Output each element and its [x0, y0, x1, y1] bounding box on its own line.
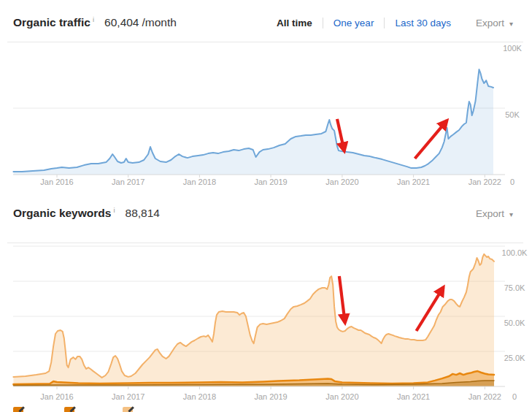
svg-text:50K: 50K: [505, 110, 520, 119]
traffic-section-title: Organic traffic: [13, 16, 90, 29]
traffic-value-suffix: /month: [142, 16, 177, 29]
tab-one-year[interactable]: One year: [334, 18, 374, 28]
caret-down-icon: ▾: [509, 210, 513, 218]
traffic-title-group: Organic traffic i 60,404 /month: [13, 16, 177, 29]
export-label: Export: [476, 18, 504, 28]
svg-text:100.0K: 100.0K: [502, 248, 528, 257]
keywords-controls: Export ▾: [476, 208, 513, 219]
organic-keywords-chart[interactable]: 100.0K75.0K50.0K25.0K0Jan 2016Jan 2017Ja…: [0, 243, 532, 412]
legend-checkmark-icon: [18, 406, 24, 412]
svg-text:Jan 2017: Jan 2017: [112, 392, 144, 401]
svg-text:75.0K: 75.0K: [504, 283, 525, 292]
export-button-traffic[interactable]: Export ▾: [476, 18, 513, 28]
legend-checkmark-icon: [128, 406, 134, 412]
svg-text:Jan 2017: Jan 2017: [112, 178, 144, 186]
info-icon[interactable]: i: [113, 206, 115, 214]
keywords-legend-cropped: [0, 407, 532, 412]
svg-text:25.0K: 25.0K: [504, 354, 525, 362]
traffic-value: 60,404: [104, 16, 139, 29]
keywords-section-header: Organic keywords i 88,814 Export ▾: [13, 198, 513, 229]
tab-last-30-days[interactable]: Last 30 days: [395, 18, 451, 28]
svg-text:50.0K: 50.0K: [504, 318, 525, 327]
svg-text:Jan 2018: Jan 2018: [183, 392, 216, 401]
svg-text:Jan 2016: Jan 2016: [40, 178, 73, 186]
tab-separator: [323, 18, 323, 28]
tab-all-time[interactable]: All time: [277, 18, 312, 28]
export-button-keywords[interactable]: Export ▾: [476, 208, 513, 219]
svg-text:Jan 2021: Jan 2021: [397, 392, 430, 401]
svg-text:Jan 2019: Jan 2019: [254, 392, 287, 401]
svg-text:Jan 2022: Jan 2022: [469, 392, 501, 401]
traffic-controls: All time One year Last 30 days Export ▾: [277, 18, 513, 28]
keywords-section-title: Organic keywords: [13, 207, 111, 220]
legend-item-cropped[interactable]: [64, 407, 74, 412]
organic-traffic-chart[interactable]: 100K50K0Jan 2016Jan 2017Jan 2018Jan 2019…: [0, 42, 532, 188]
caret-down-icon: ▾: [509, 20, 513, 28]
legend-item-cropped[interactable]: [13, 407, 23, 412]
svg-text:Jan 2020: Jan 2020: [325, 392, 358, 401]
info-icon[interactable]: i: [93, 15, 94, 23]
traffic-section-header: Organic traffic i 60,404 /month All time…: [13, 7, 513, 38]
svg-text:Jan 2022: Jan 2022: [469, 178, 501, 186]
svg-text:0: 0: [510, 178, 514, 186]
svg-text:Jan 2021: Jan 2021: [397, 178, 430, 186]
svg-text:Jan 2016: Jan 2016: [40, 392, 73, 401]
svg-text:Jan 2020: Jan 2020: [325, 178, 358, 186]
keywords-value: 88,814: [126, 207, 160, 220]
keywords-title-group: Organic keywords i 88,814: [13, 207, 160, 220]
svg-text:Jan 2019: Jan 2019: [254, 178, 287, 186]
tab-separator: [384, 18, 385, 28]
legend-item-cropped[interactable]: [123, 407, 133, 412]
svg-text:100K: 100K: [503, 44, 522, 53]
export-label: Export: [476, 208, 504, 219]
svg-text:0: 0: [512, 392, 517, 401]
legend-checkmark-icon: [69, 406, 75, 412]
svg-text:Jan 2018: Jan 2018: [183, 178, 216, 186]
analytics-overview-panel: Organic traffic i 60,404 /month All time…: [0, 0, 532, 412]
